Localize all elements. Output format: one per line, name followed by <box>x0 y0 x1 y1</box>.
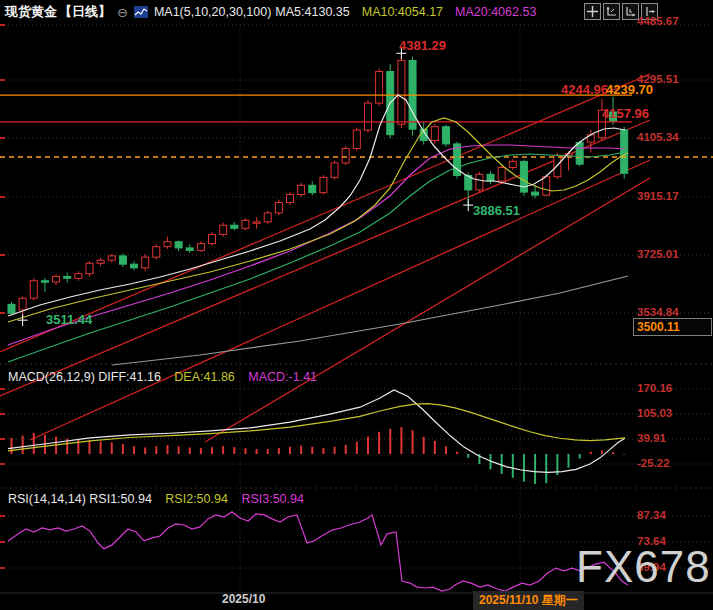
time-axis-date-label: 2025/11/10 星期一 <box>473 591 584 610</box>
ma20-value: MA20:4062.53 <box>455 5 536 19</box>
ma10-value: MA10:4054.17 <box>362 5 443 19</box>
macd-axis-label: 39.91 <box>637 432 666 444</box>
rsi-name-and-rsi1: RSI(14,14,14) RSI1:50.94 <box>8 492 152 506</box>
macd-name-and-diff: MACD(26,12,9) DIFF:41.16 <box>8 370 161 384</box>
price-axis-label: 3915.17 <box>637 190 679 202</box>
price-annotation: 4244.96 <box>561 82 608 97</box>
price-annotation: 4157.96 <box>602 106 649 121</box>
rsi3-value: RSI3:50.94 <box>241 492 304 506</box>
macd-axis-label: 170.16 <box>637 382 672 394</box>
price-annotation: 4381.29 <box>399 38 446 53</box>
macd-dea-value: DEA:41.86 <box>174 370 234 384</box>
price-axis-label: 4105.34 <box>637 131 679 143</box>
fx678-watermark: FX678 <box>576 542 711 592</box>
price-box-label: 3500.11 <box>633 318 712 336</box>
ma-params-label: MA1(5,10,20,30,100) <box>154 5 271 19</box>
macd-axis-label: -25.22 <box>637 457 670 469</box>
macd-axis-label: 105.03 <box>637 407 672 419</box>
ma5-value: MA5:4130.35 <box>275 5 349 19</box>
gold-chart-app: 现货黄金 【日线】 ⊖ MA1(5,10,20,30,100) MA5:4130… <box>0 0 713 610</box>
rsi2-value: RSI2:50.94 <box>165 492 228 506</box>
macd-hist-value: MACD:-1.41 <box>248 370 317 384</box>
price-annotation: 3886.51 <box>473 203 520 218</box>
axis-scale-left-icon[interactable] <box>603 3 620 20</box>
macd-header: MACD(26,12,9) DIFF:41.16 DEA:41.86 MACD:… <box>8 370 317 384</box>
candlestick-mini-icon <box>134 5 148 19</box>
price-axis-label: 4485.67 <box>637 15 679 27</box>
collapse-icon[interactable]: ⊖ <box>117 6 128 19</box>
rsi-axis-label: 87.34 <box>637 509 666 521</box>
price-annotation: 4239.70 <box>606 82 653 97</box>
price-axis-label: 3534.84 <box>637 306 679 318</box>
crosshair-move-icon[interactable] <box>584 3 601 20</box>
period-label: 【日线】 <box>59 3 111 21</box>
rsi-header: RSI(14,14,14) RSI1:50.94 RSI2:50.94 RSI3… <box>8 492 304 506</box>
time-axis-month-label: 2025/10 <box>222 592 265 606</box>
price-axis-label: 3725.01 <box>637 248 679 260</box>
price-annotation: 3511.44 <box>46 312 92 327</box>
instrument-title: 现货黄金 <box>5 3 57 21</box>
